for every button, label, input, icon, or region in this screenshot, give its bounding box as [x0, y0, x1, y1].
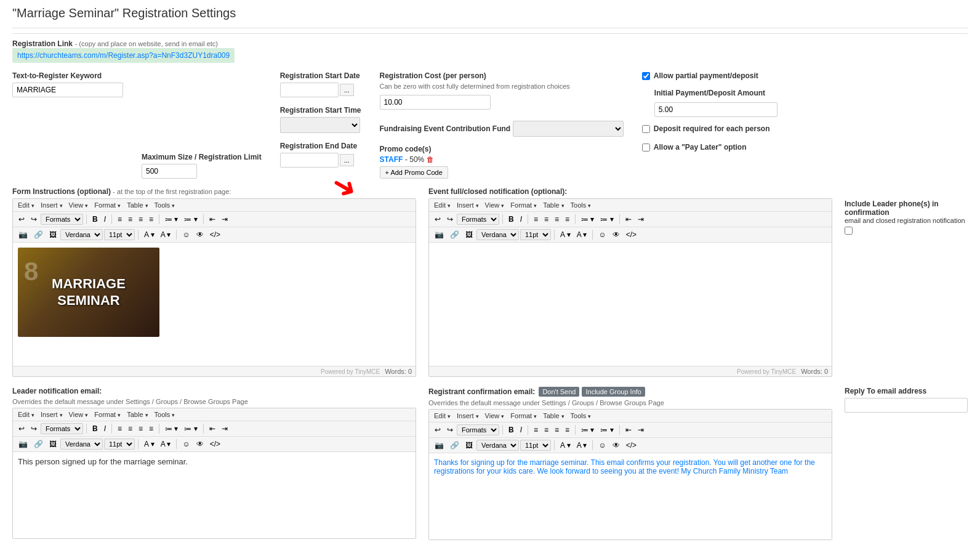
ln-align-justify[interactable]: ≡: [147, 423, 156, 434]
ln-source-btn[interactable]: </>: [207, 439, 223, 450]
promo-delete-icon[interactable]: 🗑: [427, 155, 434, 164]
en-preview-btn[interactable]: 👁: [610, 229, 622, 240]
rc-preview-btn[interactable]: 👁: [610, 440, 622, 451]
fi-edit-menu[interactable]: Edit ▾: [16, 201, 36, 209]
ln-bg-color-btn[interactable]: A ▾: [158, 439, 174, 450]
reg-start-time-select[interactable]: [280, 117, 360, 133]
rc-edit-menu[interactable]: Edit ▾: [432, 411, 452, 420]
rc-bg-color-btn[interactable]: A ▾: [574, 440, 590, 451]
en-indent[interactable]: ⇥: [635, 214, 646, 225]
fi-bullets[interactable]: ≔ ▾: [163, 214, 180, 225]
ln-link-btn[interactable]: 🔗: [31, 439, 46, 450]
include-group-button[interactable]: Include Group Info: [582, 387, 645, 397]
rc-bullets[interactable]: ≔ ▾: [579, 424, 596, 435]
fi-numbered[interactable]: ≔ ▾: [182, 214, 199, 225]
en-emoji-btn[interactable]: ☺: [596, 229, 608, 240]
initial-payment-input[interactable]: [654, 102, 777, 117]
rc-outdent[interactable]: ⇤: [623, 424, 634, 435]
ln-bullets[interactable]: ≔ ▾: [163, 423, 180, 434]
en-italic-btn[interactable]: I: [518, 214, 524, 225]
reg-start-date-picker[interactable]: ...: [340, 84, 354, 96]
fi-undo-btn[interactable]: ↩: [16, 214, 27, 225]
en-link-btn[interactable]: 🔗: [448, 229, 462, 240]
en-camera-btn[interactable]: 📷: [432, 229, 446, 240]
ln-indent[interactable]: ⇥: [219, 423, 230, 434]
fi-format-menu[interactable]: Format ▾: [92, 201, 122, 209]
en-redo-btn[interactable]: ↪: [444, 214, 456, 225]
en-view-menu[interactable]: View ▾: [483, 201, 507, 209]
rc-emoji-btn[interactable]: ☺: [596, 440, 608, 451]
rc-align-left[interactable]: ≡: [531, 424, 540, 435]
en-format-menu[interactable]: Format ▾: [508, 201, 539, 209]
rc-link-btn[interactable]: 🔗: [448, 440, 462, 451]
en-insert-menu[interactable]: Insert ▾: [455, 201, 481, 209]
ln-view-menu[interactable]: View ▾: [67, 410, 90, 419]
en-bullets[interactable]: ≔ ▾: [579, 214, 596, 225]
rc-font-color-btn[interactable]: A ▾: [558, 440, 573, 451]
rc-source-btn[interactable]: </>: [624, 440, 639, 451]
ln-font-select[interactable]: Verdana: [60, 439, 103, 450]
rc-table-menu[interactable]: Table ▾: [541, 411, 566, 420]
text-to-register-input[interactable]: [12, 83, 123, 97]
ln-format-menu[interactable]: Format ▾: [92, 410, 122, 419]
en-align-left[interactable]: ≡: [531, 214, 540, 225]
ln-outdent[interactable]: ⇤: [207, 423, 218, 434]
fi-image-btn[interactable]: 🖼: [47, 229, 59, 240]
reply-to-input[interactable]: [845, 398, 968, 413]
reg-cost-input[interactable]: [380, 95, 491, 110]
en-formats-select[interactable]: Formats: [457, 214, 499, 225]
ln-undo-btn[interactable]: ↩: [16, 423, 27, 434]
rc-undo-btn[interactable]: ↩: [432, 424, 443, 435]
en-outdent[interactable]: ⇤: [623, 214, 634, 225]
ln-emoji-btn[interactable]: ☺: [180, 439, 192, 450]
rc-redo-btn[interactable]: ↪: [444, 424, 456, 435]
reg-start-date-input[interactable]: [280, 83, 339, 97]
rc-size-select[interactable]: 11pt: [520, 440, 551, 451]
rc-insert-menu[interactable]: Insert ▾: [455, 411, 481, 420]
ln-formats-select[interactable]: Formats: [41, 423, 83, 434]
fi-align-right[interactable]: ≡: [136, 214, 145, 225]
en-align-justify[interactable]: ≡: [563, 214, 572, 225]
fi-align-justify[interactable]: ≡: [147, 214, 156, 225]
ln-insert-menu[interactable]: Insert ▾: [39, 410, 65, 419]
fi-emoji-btn[interactable]: ☺: [180, 229, 192, 240]
allow-partial-checkbox[interactable]: [642, 72, 650, 80]
fi-italic-btn[interactable]: I: [102, 214, 108, 225]
ln-align-right[interactable]: ≡: [136, 423, 145, 434]
en-source-btn[interactable]: </>: [624, 229, 639, 240]
leader-notification-content[interactable]: This person signed up for the marriage s…: [13, 452, 416, 538]
en-align-right[interactable]: ≡: [552, 214, 561, 225]
ln-tools-menu[interactable]: Tools ▾: [153, 410, 177, 419]
rc-bold-btn[interactable]: B: [506, 424, 516, 435]
reg-link-url[interactable]: https://churchteams.com/m/Register.asp?a…: [12, 48, 235, 63]
rc-font-select[interactable]: Verdana: [476, 440, 519, 451]
fi-bold-btn[interactable]: B: [90, 214, 100, 225]
ln-bold-btn[interactable]: B: [90, 423, 100, 434]
rc-tools-menu[interactable]: Tools ▾: [569, 411, 593, 420]
ln-size-select[interactable]: 11pt: [104, 439, 135, 450]
ln-preview-btn[interactable]: 👁: [194, 439, 206, 450]
en-numbered[interactable]: ≔ ▾: [598, 214, 616, 225]
en-edit-menu[interactable]: Edit ▾: [432, 201, 452, 209]
ln-font-color-btn[interactable]: A ▾: [142, 439, 157, 450]
ln-italic-btn[interactable]: I: [102, 423, 108, 434]
fi-size-select[interactable]: 11pt: [104, 229, 135, 240]
include-leader-checkbox[interactable]: [845, 227, 853, 235]
rc-camera-btn[interactable]: 📷: [432, 440, 446, 451]
en-size-select[interactable]: 11pt: [520, 229, 551, 240]
rc-indent[interactable]: ⇥: [635, 424, 646, 435]
en-image-btn[interactable]: 🖼: [463, 229, 475, 240]
fi-font-color-btn[interactable]: A ▾: [142, 229, 157, 240]
reg-end-date-input[interactable]: [280, 153, 339, 168]
ln-align-center[interactable]: ≡: [126, 423, 135, 434]
en-bg-color-btn[interactable]: A ▾: [574, 229, 590, 240]
form-instructions-content[interactable]: 8 MARRIAGESEMINAR: [13, 243, 416, 366]
fi-insert-menu[interactable]: Insert ▾: [39, 201, 65, 209]
ln-align-left[interactable]: ≡: [115, 423, 124, 434]
dont-send-button[interactable]: Don't Send: [539, 387, 579, 397]
rc-format-menu[interactable]: Format ▾: [508, 411, 539, 420]
rc-italic-btn[interactable]: I: [518, 424, 524, 435]
fi-table-menu[interactable]: Table ▾: [125, 201, 150, 209]
fi-tools-menu[interactable]: Tools ▾: [153, 201, 177, 209]
fi-align-center[interactable]: ≡: [126, 214, 135, 225]
